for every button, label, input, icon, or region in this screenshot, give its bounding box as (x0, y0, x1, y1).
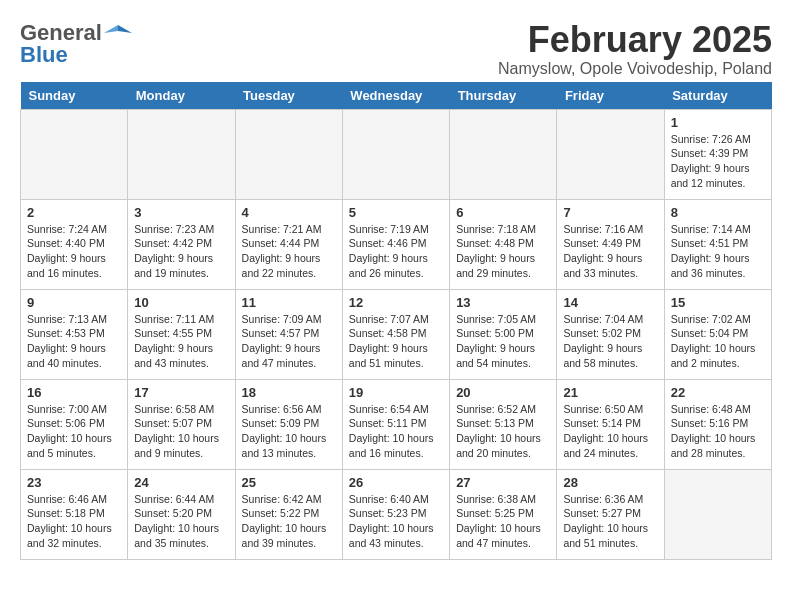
week-row-5: 23Sunrise: 6:46 AM Sunset: 5:18 PM Dayli… (21, 469, 772, 559)
calendar-cell: 17Sunrise: 6:58 AM Sunset: 5:07 PM Dayli… (128, 379, 235, 469)
day-number: 10 (134, 295, 228, 310)
calendar-cell: 23Sunrise: 6:46 AM Sunset: 5:18 PM Dayli… (21, 469, 128, 559)
cell-info: Sunrise: 7:24 AM Sunset: 4:40 PM Dayligh… (27, 222, 121, 281)
calendar-cell: 24Sunrise: 6:44 AM Sunset: 5:20 PM Dayli… (128, 469, 235, 559)
cell-info: Sunrise: 7:21 AM Sunset: 4:44 PM Dayligh… (242, 222, 336, 281)
cell-info: Sunrise: 6:40 AM Sunset: 5:23 PM Dayligh… (349, 492, 443, 551)
cell-info: Sunrise: 7:00 AM Sunset: 5:06 PM Dayligh… (27, 402, 121, 461)
calendar-title: February 2025 (498, 20, 772, 60)
cell-info: Sunrise: 6:46 AM Sunset: 5:18 PM Dayligh… (27, 492, 121, 551)
col-monday: Monday (128, 82, 235, 110)
day-number: 13 (456, 295, 550, 310)
calendar-cell: 28Sunrise: 6:36 AM Sunset: 5:27 PM Dayli… (557, 469, 664, 559)
day-number: 20 (456, 385, 550, 400)
cell-info: Sunrise: 7:07 AM Sunset: 4:58 PM Dayligh… (349, 312, 443, 371)
header: General Blue February 2025 Namyslow, Opo… (20, 20, 772, 78)
cell-info: Sunrise: 7:18 AM Sunset: 4:48 PM Dayligh… (456, 222, 550, 281)
cell-info: Sunrise: 7:11 AM Sunset: 4:55 PM Dayligh… (134, 312, 228, 371)
week-row-3: 9Sunrise: 7:13 AM Sunset: 4:53 PM Daylig… (21, 289, 772, 379)
calendar-table: Sunday Monday Tuesday Wednesday Thursday… (20, 82, 772, 560)
day-number: 28 (563, 475, 657, 490)
calendar-cell (342, 109, 449, 199)
day-number: 7 (563, 205, 657, 220)
col-sunday: Sunday (21, 82, 128, 110)
calendar-cell (450, 109, 557, 199)
calendar-header-row: Sunday Monday Tuesday Wednesday Thursday… (21, 82, 772, 110)
title-area: February 2025 Namyslow, Opole Voivodeshi… (498, 20, 772, 78)
cell-info: Sunrise: 6:58 AM Sunset: 5:07 PM Dayligh… (134, 402, 228, 461)
day-number: 2 (27, 205, 121, 220)
svg-marker-1 (104, 25, 118, 33)
calendar-subtitle: Namyslow, Opole Voivodeship, Poland (498, 60, 772, 78)
calendar-cell: 2Sunrise: 7:24 AM Sunset: 4:40 PM Daylig… (21, 199, 128, 289)
calendar-cell: 21Sunrise: 6:50 AM Sunset: 5:14 PM Dayli… (557, 379, 664, 469)
logo: General Blue (20, 20, 132, 68)
calendar-cell: 14Sunrise: 7:04 AM Sunset: 5:02 PM Dayli… (557, 289, 664, 379)
col-wednesday: Wednesday (342, 82, 449, 110)
day-number: 25 (242, 475, 336, 490)
day-number: 15 (671, 295, 765, 310)
calendar-cell (128, 109, 235, 199)
day-number: 23 (27, 475, 121, 490)
week-row-2: 2Sunrise: 7:24 AM Sunset: 4:40 PM Daylig… (21, 199, 772, 289)
day-number: 9 (27, 295, 121, 310)
calendar-cell: 15Sunrise: 7:02 AM Sunset: 5:04 PM Dayli… (664, 289, 771, 379)
cell-info: Sunrise: 7:04 AM Sunset: 5:02 PM Dayligh… (563, 312, 657, 371)
cell-info: Sunrise: 6:42 AM Sunset: 5:22 PM Dayligh… (242, 492, 336, 551)
day-number: 18 (242, 385, 336, 400)
day-number: 26 (349, 475, 443, 490)
day-number: 12 (349, 295, 443, 310)
calendar-cell: 5Sunrise: 7:19 AM Sunset: 4:46 PM Daylig… (342, 199, 449, 289)
calendar-cell: 13Sunrise: 7:05 AM Sunset: 5:00 PM Dayli… (450, 289, 557, 379)
day-number: 3 (134, 205, 228, 220)
day-number: 19 (349, 385, 443, 400)
calendar-cell: 12Sunrise: 7:07 AM Sunset: 4:58 PM Dayli… (342, 289, 449, 379)
cell-info: Sunrise: 7:05 AM Sunset: 5:00 PM Dayligh… (456, 312, 550, 371)
day-number: 8 (671, 205, 765, 220)
cell-info: Sunrise: 7:14 AM Sunset: 4:51 PM Dayligh… (671, 222, 765, 281)
calendar-cell: 22Sunrise: 6:48 AM Sunset: 5:16 PM Dayli… (664, 379, 771, 469)
calendar-cell: 6Sunrise: 7:18 AM Sunset: 4:48 PM Daylig… (450, 199, 557, 289)
calendar-cell: 8Sunrise: 7:14 AM Sunset: 4:51 PM Daylig… (664, 199, 771, 289)
day-number: 5 (349, 205, 443, 220)
calendar-cell (557, 109, 664, 199)
calendar-cell: 19Sunrise: 6:54 AM Sunset: 5:11 PM Dayli… (342, 379, 449, 469)
cell-info: Sunrise: 6:54 AM Sunset: 5:11 PM Dayligh… (349, 402, 443, 461)
col-friday: Friday (557, 82, 664, 110)
day-number: 6 (456, 205, 550, 220)
cell-info: Sunrise: 6:56 AM Sunset: 5:09 PM Dayligh… (242, 402, 336, 461)
calendar-cell: 3Sunrise: 7:23 AM Sunset: 4:42 PM Daylig… (128, 199, 235, 289)
calendar-cell: 18Sunrise: 6:56 AM Sunset: 5:09 PM Dayli… (235, 379, 342, 469)
calendar-cell: 26Sunrise: 6:40 AM Sunset: 5:23 PM Dayli… (342, 469, 449, 559)
day-number: 1 (671, 115, 765, 130)
day-number: 16 (27, 385, 121, 400)
svg-marker-0 (118, 25, 132, 33)
day-number: 22 (671, 385, 765, 400)
calendar-cell: 9Sunrise: 7:13 AM Sunset: 4:53 PM Daylig… (21, 289, 128, 379)
cell-info: Sunrise: 7:26 AM Sunset: 4:39 PM Dayligh… (671, 132, 765, 191)
week-row-4: 16Sunrise: 7:00 AM Sunset: 5:06 PM Dayli… (21, 379, 772, 469)
cell-info: Sunrise: 6:52 AM Sunset: 5:13 PM Dayligh… (456, 402, 550, 461)
cell-info: Sunrise: 7:16 AM Sunset: 4:49 PM Dayligh… (563, 222, 657, 281)
cell-info: Sunrise: 7:19 AM Sunset: 4:46 PM Dayligh… (349, 222, 443, 281)
calendar-cell: 20Sunrise: 6:52 AM Sunset: 5:13 PM Dayli… (450, 379, 557, 469)
calendar-cell: 1Sunrise: 7:26 AM Sunset: 4:39 PM Daylig… (664, 109, 771, 199)
week-row-1: 1Sunrise: 7:26 AM Sunset: 4:39 PM Daylig… (21, 109, 772, 199)
logo-bird-icon (104, 23, 132, 43)
calendar-cell: 4Sunrise: 7:21 AM Sunset: 4:44 PM Daylig… (235, 199, 342, 289)
cell-info: Sunrise: 7:09 AM Sunset: 4:57 PM Dayligh… (242, 312, 336, 371)
cell-info: Sunrise: 6:50 AM Sunset: 5:14 PM Dayligh… (563, 402, 657, 461)
day-number: 24 (134, 475, 228, 490)
calendar-cell (235, 109, 342, 199)
calendar-cell (664, 469, 771, 559)
day-number: 17 (134, 385, 228, 400)
calendar-cell (21, 109, 128, 199)
logo-blue: Blue (20, 42, 68, 68)
calendar-cell: 25Sunrise: 6:42 AM Sunset: 5:22 PM Dayli… (235, 469, 342, 559)
col-thursday: Thursday (450, 82, 557, 110)
cell-info: Sunrise: 7:13 AM Sunset: 4:53 PM Dayligh… (27, 312, 121, 371)
day-number: 21 (563, 385, 657, 400)
day-number: 27 (456, 475, 550, 490)
day-number: 4 (242, 205, 336, 220)
col-tuesday: Tuesday (235, 82, 342, 110)
